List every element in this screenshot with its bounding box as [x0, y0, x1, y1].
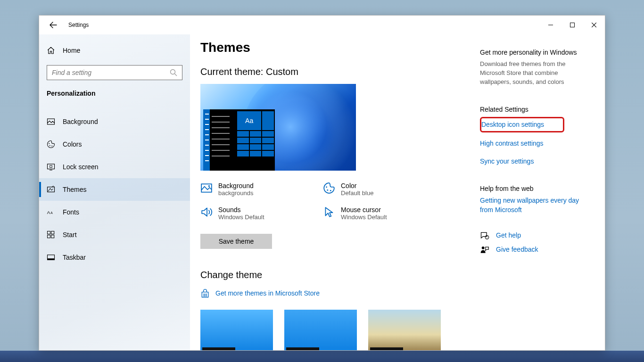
sidebar-item-label: Lock screen [63, 163, 98, 171]
sidebar-item-label: Colors [63, 140, 82, 148]
search-icon [170, 69, 177, 76]
get-help-link[interactable]: ? Get help [480, 231, 591, 240]
back-arrow-icon [50, 21, 57, 29]
fonts-icon: AA [47, 208, 55, 216]
setting-title: Background [218, 182, 254, 189]
taskbar-icon [47, 253, 55, 262]
sidebar-nav: Background Colors Lock screen Themes AA … [39, 110, 190, 269]
cursor-icon [323, 206, 335, 218]
setting-title: Mouse cursor [341, 206, 387, 214]
palette-icon [323, 182, 335, 194]
window-title: Settings [68, 22, 89, 28]
theme-thumb-3[interactable] [368, 310, 441, 350]
sidebar-item-label: Fonts [63, 208, 79, 216]
svg-point-5 [49, 143, 50, 144]
link-high-contrast[interactable]: High contrast settings [480, 139, 591, 148]
save-theme-button[interactable]: Save theme [200, 234, 272, 249]
svg-rect-26 [206, 294, 207, 295]
link-wallpapers-help[interactable]: Getting new wallpapers every day from Mi… [480, 196, 584, 214]
svg-rect-25 [204, 294, 205, 295]
minimize-button[interactable] [540, 17, 561, 33]
svg-text:A: A [50, 211, 53, 214]
svg-rect-1 [570, 23, 575, 27]
sidebar-home-label: Home [63, 47, 80, 54]
setting-value: backgrounds [218, 189, 254, 197]
theme-setting-sounds[interactable]: Sounds Windows Default [200, 206, 323, 221]
svg-text:?: ? [487, 236, 488, 239]
picture-icon [200, 182, 213, 194]
page-title: Themes [200, 40, 471, 55]
preview-aa-tile: Aa [237, 111, 261, 130]
get-themes-store-link[interactable]: Get more themes in Microsoft Store [200, 289, 471, 298]
theme-preview: Aa [200, 84, 356, 171]
theme-thumb-1[interactable] [200, 310, 273, 350]
feedback-icon [480, 245, 489, 255]
sidebar-item-label: Themes [63, 186, 87, 193]
sidebar: Home Personalization Background Colors [39, 34, 190, 350]
desktop-taskbar [0, 351, 644, 362]
back-button[interactable] [48, 19, 59, 31]
svg-rect-28 [206, 295, 207, 296]
help-from-web-heading: Help from the web [480, 185, 591, 192]
setting-value: Windows Default [341, 214, 387, 221]
setting-value: Default blue [341, 189, 373, 197]
store-icon [200, 289, 210, 298]
svg-rect-9 [50, 165, 52, 168]
close-button[interactable] [583, 17, 605, 33]
promo-title: Get more personality in Windows [480, 49, 591, 56]
svg-point-31 [482, 246, 485, 249]
search-box[interactable] [47, 65, 182, 80]
svg-line-3 [175, 74, 177, 76]
close-icon [592, 23, 596, 27]
sidebar-item-background[interactable]: Background [39, 110, 190, 133]
theme-setting-mouse[interactable]: Mouse cursor Windows Default [323, 206, 446, 221]
store-link-text: Get more themes in Microsoft Store [215, 289, 320, 298]
svg-rect-27 [204, 295, 205, 296]
svg-text:A: A [47, 210, 50, 215]
sidebar-item-themes[interactable]: Themes [39, 178, 190, 201]
sidebar-item-lockscreen[interactable]: Lock screen [39, 156, 190, 178]
svg-rect-8 [48, 164, 55, 169]
sidebar-item-start[interactable]: Start [39, 223, 190, 246]
sidebar-item-colors[interactable]: Colors [39, 133, 190, 156]
svg-point-2 [171, 70, 175, 74]
lockscreen-icon [47, 163, 55, 171]
sidebar-item-label: Background [63, 118, 98, 125]
svg-rect-14 [48, 231, 50, 234]
chat-help-icon: ? [480, 231, 489, 240]
sidebar-item-fonts[interactable]: AA Fonts [39, 201, 190, 223]
theme-setting-color[interactable]: Color Default blue [323, 182, 446, 197]
link-sync-settings[interactable]: Sync your settings [480, 157, 591, 166]
change-theme-heading: Change theme [200, 270, 471, 280]
svg-point-23 [327, 189, 328, 191]
setting-title: Sounds [218, 206, 264, 214]
svg-point-24 [330, 190, 331, 191]
sidebar-item-label: Start [63, 231, 77, 239]
background-icon [47, 117, 55, 126]
sidebar-section-label: Personalization [47, 90, 182, 97]
give-feedback-link[interactable]: Give feedback [480, 245, 591, 255]
link-desktop-icon-settings[interactable]: Desktop icon settings [481, 120, 544, 130]
svg-rect-17 [51, 235, 54, 238]
svg-point-7 [51, 146, 52, 147]
theme-thumbnails [200, 310, 471, 350]
theme-setting-background[interactable]: Background backgrounds [200, 182, 323, 197]
themes-icon [47, 185, 55, 194]
svg-rect-16 [48, 235, 50, 238]
maximize-button[interactable] [561, 17, 583, 33]
sidebar-item-taskbar[interactable]: Taskbar [39, 246, 190, 269]
svg-point-21 [208, 185, 210, 187]
svg-rect-15 [51, 231, 54, 234]
titlebar: Settings [39, 16, 605, 34]
get-help-label: Get help [496, 231, 521, 240]
sidebar-home[interactable]: Home [39, 41, 190, 59]
theme-thumb-2[interactable] [284, 310, 357, 350]
svg-point-6 [50, 145, 50, 146]
home-icon [47, 46, 55, 55]
colors-icon [47, 140, 55, 148]
highlight-annotation: Desktop icon settings [480, 117, 564, 133]
related-settings-heading: Related Settings [480, 106, 591, 113]
sidebar-item-label: Taskbar [63, 254, 86, 261]
search-input[interactable] [52, 69, 170, 76]
setting-title: Color [341, 182, 373, 189]
